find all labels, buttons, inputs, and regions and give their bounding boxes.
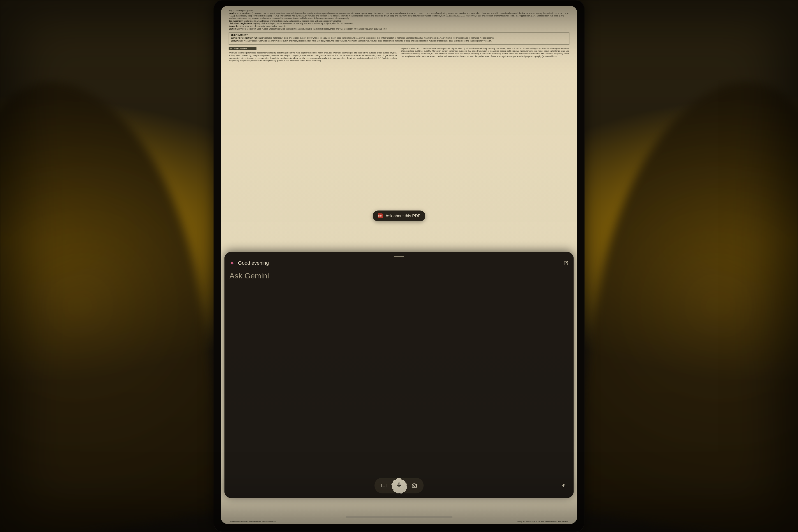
- footer-left: self-reported sleep disorders or chronic…: [230, 521, 277, 523]
- ask-gemini-prompt[interactable]: Ask Gemini: [229, 271, 569, 280]
- intro-paragraph-right: aspects of sleep and potential adverse c…: [401, 48, 569, 58]
- svg-rect-9: [562, 485, 563, 487]
- abstract-conclusions: Conclusions: In healthy people, wearable…: [229, 20, 569, 22]
- pdf-icon: PDF: [378, 213, 383, 218]
- column-right: aspects of sleep and potential adverse c…: [401, 48, 569, 63]
- gemini-panel[interactable]: Good evening Ask Gemini: [225, 252, 573, 498]
- svg-rect-10: [563, 484, 564, 487]
- abstract-block: day 14 of study participation. Results: …: [229, 10, 569, 30]
- svg-rect-6: [398, 483, 400, 486]
- phone-screen: day 14 of study participation. Results: …: [221, 6, 577, 524]
- column-left: INTRODUCTION Wearable technology for sle…: [229, 48, 397, 63]
- mic-button[interactable]: [390, 477, 408, 494]
- svg-rect-0: [381, 484, 386, 487]
- phone-frame: day 14 of study participation. Results: …: [213, 0, 585, 532]
- drag-handle[interactable]: [394, 256, 404, 257]
- brief-summary-box: BRIEF SUMMARY Current Knowledge/Study Ra…: [229, 33, 569, 45]
- brief-impact: Study Impact: In healthy people, wearabl…: [231, 40, 567, 42]
- intro-paragraph-left: Wearable technology for sleep assessment…: [229, 52, 397, 62]
- brief-title: BRIEF SUMMARY: [231, 34, 567, 37]
- svg-point-8: [414, 485, 415, 487]
- open-external-icon[interactable]: [563, 260, 569, 266]
- abstract-line: day 14 of study participation.: [229, 10, 569, 12]
- gemini-spark-icon: [229, 260, 235, 266]
- input-controls: [229, 478, 569, 493]
- section-heading-introduction: INTRODUCTION: [229, 48, 256, 50]
- abstract-keywords: Keywords: sleep, sleep loss, sleep quali…: [229, 25, 569, 27]
- abstract-citation: Citation: Berryhill S, Morton CJ, Dean A…: [229, 28, 569, 30]
- camera-icon[interactable]: [411, 482, 418, 489]
- ask-about-pdf-label: Ask about this PDF: [385, 214, 420, 218]
- abstract-registration: Clinical Trial Registration: Registry: C…: [229, 22, 569, 25]
- greeting-text: Good evening: [238, 260, 269, 266]
- body-columns: INTRODUCTION Wearable technology for sle…: [229, 48, 569, 63]
- panel-header: Good evening: [229, 260, 569, 266]
- gemini-live-icon[interactable]: [560, 482, 567, 489]
- brief-rationale: Current Knowledge/Study Rationale: Weara…: [231, 37, 567, 39]
- footer-right: during the prior 7 days. Each item on th…: [517, 521, 568, 523]
- controls-pill: [374, 478, 423, 493]
- microphone-icon: [396, 482, 402, 489]
- abstract-results: Results: In 32 participants (21 women; 2…: [229, 12, 569, 20]
- navigation-bar-handle[interactable]: [346, 516, 453, 517]
- page-footer: self-reported sleep disorders or chronic…: [230, 520, 568, 523]
- keyboard-icon[interactable]: [380, 482, 387, 489]
- ask-about-pdf-chip[interactable]: PDF Ask about this PDF: [373, 210, 425, 221]
